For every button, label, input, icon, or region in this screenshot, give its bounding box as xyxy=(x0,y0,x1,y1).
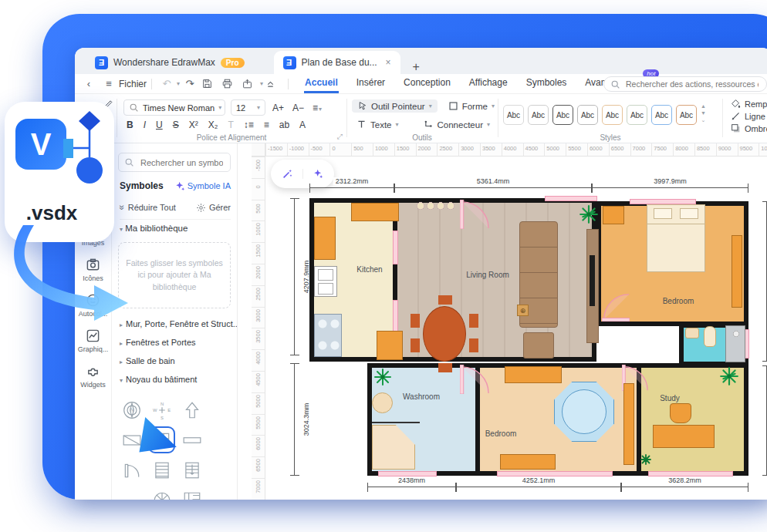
my-library-section[interactable]: ▾ Ma bibliothèque xyxy=(120,224,188,233)
ai-symbol-link[interactable]: Symbole IA xyxy=(175,181,231,191)
expand-icon[interactable]: ⤢ xyxy=(337,133,343,141)
room-label-living[interactable]: Living Room xyxy=(455,271,520,279)
window[interactable] xyxy=(545,196,597,201)
ceiling-lights[interactable] xyxy=(415,201,455,210)
symbol-thumbnail[interactable]: N xyxy=(118,396,145,423)
magic-wand-icon[interactable] xyxy=(272,169,302,179)
export-button[interactable] xyxy=(242,79,258,89)
dimension-bottom-2[interactable]: 4252.1mm xyxy=(456,487,621,487)
format-button[interactable]: U xyxy=(154,120,164,130)
jacuzzi-tub[interactable] xyxy=(554,382,614,442)
format-button[interactable]: S xyxy=(171,120,181,130)
style-preset[interactable]: Abc xyxy=(577,105,598,125)
bed[interactable] xyxy=(647,204,705,272)
window[interactable] xyxy=(378,471,437,476)
format-button[interactable]: B xyxy=(125,120,135,130)
kitchen-counter[interactable] xyxy=(377,331,403,360)
format-button[interactable]: ab xyxy=(278,120,291,130)
decrease-font-button[interactable]: A− xyxy=(291,103,306,113)
dining-chair[interactable] xyxy=(438,295,452,305)
floor-outlet[interactable]: ⊕ xyxy=(517,305,529,316)
symbol-thumbnail[interactable] xyxy=(118,456,145,483)
dimension-top-1[interactable]: 2312.2mm xyxy=(309,187,394,188)
format-button[interactable]: ↕≡ xyxy=(242,120,255,130)
symbol-thumbnail[interactable] xyxy=(148,456,175,483)
menu-item[interactable]: Insérer xyxy=(356,74,386,93)
washroom-sink[interactable] xyxy=(372,392,393,413)
format-button[interactable]: X₂ xyxy=(207,120,220,130)
collapse-ribbon-button[interactable] xyxy=(265,79,281,89)
hamburger-icon[interactable]: ≡ xyxy=(101,78,117,89)
font-family-select[interactable]: Times New Roman▾ xyxy=(123,99,225,116)
symbol-search[interactable] xyxy=(118,153,231,172)
shower[interactable] xyxy=(725,325,745,362)
dining-chair[interactable] xyxy=(438,363,452,372)
shape-tool-button[interactable]: Forme▾ xyxy=(448,101,495,111)
file-menu[interactable]: Fichier xyxy=(119,79,147,89)
connector-tool-button[interactable]: Connecteur▾ xyxy=(424,120,490,130)
global-search[interactable] xyxy=(603,76,767,92)
style-preset[interactable]: Abc xyxy=(552,105,573,125)
ottoman[interactable] xyxy=(523,332,554,359)
align-button[interactable]: ≡▾ xyxy=(311,103,323,113)
ai-assistant-pill[interactable] xyxy=(271,160,334,188)
bookshelf[interactable] xyxy=(623,383,634,465)
symbol-thumbnail[interactable] xyxy=(148,426,175,453)
dining-chair[interactable] xyxy=(411,338,420,352)
style-preset[interactable]: Abc xyxy=(528,105,549,125)
new-tab-button[interactable]: + xyxy=(408,60,424,74)
room-label-bedroom-bottom[interactable]: Bedroom xyxy=(474,429,528,438)
menu-item[interactable]: Affichage xyxy=(468,74,509,93)
kitchen-upper-cabinet[interactable] xyxy=(351,203,399,221)
format-button[interactable]: T xyxy=(226,120,235,130)
print-button[interactable] xyxy=(222,79,238,89)
format-button[interactable]: X² xyxy=(188,120,200,130)
dimension-top-2[interactable]: 5361.4mm xyxy=(394,187,592,188)
symbol-thumbnail[interactable] xyxy=(178,456,205,483)
door-bedroom-bottom[interactable] xyxy=(460,365,489,394)
dining-chair[interactable] xyxy=(469,314,478,328)
dining-chair[interactable] xyxy=(411,314,420,328)
manage-button[interactable]: Gérer xyxy=(196,202,231,213)
tab-document[interactable]: E Plan de Base du... × xyxy=(274,51,400,74)
plant[interactable] xyxy=(373,368,392,386)
sidebar-nav-item[interactable]: Widgets xyxy=(76,364,111,389)
dresser[interactable] xyxy=(500,454,556,470)
collapse-all-button[interactable]: » Réduire Tout xyxy=(120,202,176,213)
door-living[interactable] xyxy=(460,200,489,229)
style-preset[interactable]: Abc xyxy=(651,105,672,125)
toilet[interactable] xyxy=(704,326,716,347)
dimension-bottom-1[interactable]: 2438mm xyxy=(367,487,456,487)
dresser[interactable] xyxy=(505,366,562,383)
drawing-area[interactable]: 2312.2mm 5361.4mm 3997.9mm 2438mm 4252.1… xyxy=(265,157,767,500)
window[interactable] xyxy=(630,199,696,204)
save-button[interactable] xyxy=(202,79,218,89)
symbol-thumbnail[interactable]: NSWE xyxy=(148,396,175,423)
room-label-study[interactable]: Study xyxy=(647,394,693,402)
bathroom-sink[interactable] xyxy=(685,328,699,338)
dimension-left-1[interactable]: 4207.9mm xyxy=(294,198,295,355)
style-preset[interactable]: Abc xyxy=(602,105,623,125)
dimension-left-2[interactable]: 3024.3mm xyxy=(294,363,295,476)
dining-table[interactable] xyxy=(423,306,466,362)
dimension-bottom-3[interactable]: 3628.2mm xyxy=(621,487,748,487)
tab-close-icon[interactable]: × xyxy=(386,57,391,68)
fill-button[interactable]: Remplir▾ xyxy=(731,99,767,109)
partition-wall[interactable] xyxy=(372,422,420,423)
symbol-thumbnail[interactable] xyxy=(178,396,205,423)
window[interactable] xyxy=(393,231,398,264)
symbol-thumbnail[interactable] xyxy=(148,487,175,500)
export-caret[interactable]: ▾ xyxy=(260,80,263,87)
dresser[interactable] xyxy=(732,235,742,308)
format-button[interactable]: A xyxy=(298,120,307,130)
desk-chair[interactable] xyxy=(670,403,691,423)
room-label-washroom[interactable]: Washroom xyxy=(394,392,449,401)
kitchen-cabinet[interactable] xyxy=(314,217,336,260)
tv[interactable] xyxy=(590,255,595,306)
sidebar-nav-item[interactable]: Icônes xyxy=(76,258,111,282)
room-label-kitchen[interactable]: Kitchen xyxy=(343,265,397,274)
ai-sparkle-icon[interactable] xyxy=(302,169,333,179)
kitchen-sink[interactable] xyxy=(314,266,337,297)
font-size-select[interactable]: 12▾ xyxy=(231,99,265,116)
pointer-tool-button[interactable]: Outil Pointeur▾ xyxy=(352,99,438,113)
